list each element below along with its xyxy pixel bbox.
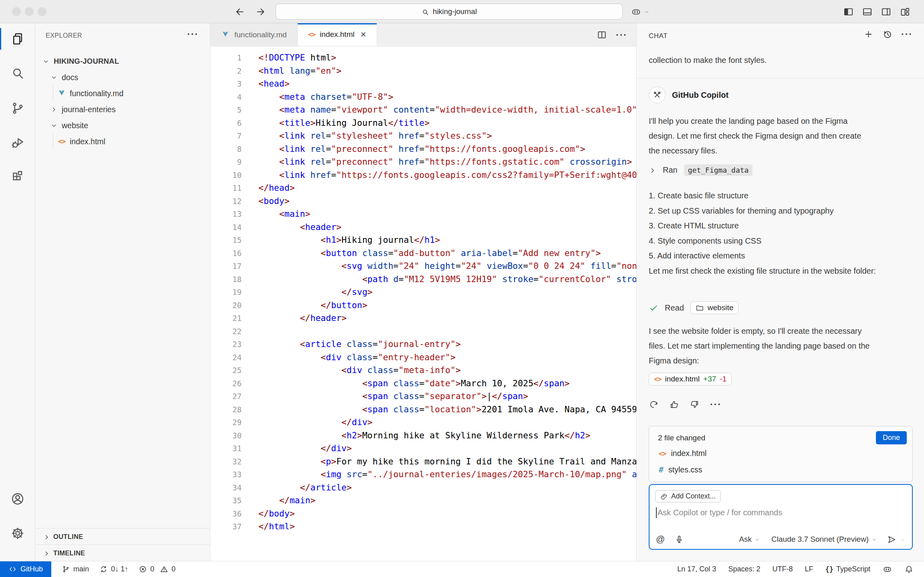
message-more-actions-button[interactable]: ··· xyxy=(710,399,722,410)
rerun-icon[interactable] xyxy=(649,399,659,410)
read-label: Read xyxy=(665,303,684,313)
branch-indicator[interactable]: main xyxy=(62,565,89,574)
line-content: <path d="M12 5V19M5 12H19" stroke="curre… xyxy=(258,273,636,286)
tree-item-journal-enteries[interactable]: journal-enteries xyxy=(35,101,210,117)
line-number: 37 xyxy=(210,520,242,533)
tree-item-label: index.html xyxy=(70,137,105,146)
toggle-panel-button[interactable] xyxy=(862,6,873,17)
file-diff-row: <> index.html +37 -1 xyxy=(649,373,914,385)
thumbs-up-icon[interactable] xyxy=(669,399,679,410)
toggle-secondary-sidebar-button[interactable] xyxy=(881,6,892,17)
tool-run-row[interactable]: Ran get_Figma_data xyxy=(649,164,914,176)
line-content: <title>Hiking Journal</title> xyxy=(258,117,430,130)
activity-bar-item-search[interactable] xyxy=(0,63,35,84)
language-mode[interactable]: {} TypeScript xyxy=(825,565,870,573)
send-options-chevron-icon[interactable] xyxy=(900,535,906,544)
mode-dropdown[interactable]: Ask xyxy=(739,535,760,544)
tree-item-label: journal-enteries xyxy=(62,105,115,114)
explorer-more-actions-button[interactable]: ··· xyxy=(187,29,199,40)
line-number: 7 xyxy=(210,129,242,143)
window-zoom-button[interactable] xyxy=(38,7,46,16)
line-content: <div class="entry-header"> xyxy=(258,351,456,364)
activity-bar-item-explorer[interactable] xyxy=(0,28,35,50)
notifications-bell-icon[interactable] xyxy=(904,565,914,574)
message-divider xyxy=(637,78,924,79)
code-line: 5 <meta name="viewport" content="width=d… xyxy=(210,103,636,117)
remote-indicator[interactable]: GitHub xyxy=(0,561,51,577)
line-number: 24 xyxy=(210,351,242,364)
sync-indicator[interactable]: 0↓ 1↑ xyxy=(99,565,128,574)
problems-indicator[interactable]: 0 0 xyxy=(139,565,176,574)
line-content: </button> xyxy=(258,299,367,312)
chevron-down-icon xyxy=(41,56,50,66)
chat-input-field[interactable]: Ask Copilot or type / for commands xyxy=(656,507,782,518)
outline-section[interactable]: OUTLINE xyxy=(35,528,210,545)
new-chat-button[interactable] xyxy=(863,29,874,39)
tree-item-hiking-journal[interactable]: HIKING-JOURNAL xyxy=(35,53,210,69)
line-content: <head> xyxy=(258,77,290,91)
code-line: 9 <link rel="preconnect" href="https://f… xyxy=(210,155,636,169)
line-number: 17 xyxy=(210,260,242,273)
tree-item-functionality-md[interactable]: functionality.md xyxy=(35,85,210,101)
back-arrow-icon[interactable] xyxy=(234,6,245,17)
assistant-message: I see the website folder is empty, so I'… xyxy=(649,324,874,368)
editor-more-actions-button[interactable]: ··· xyxy=(616,30,627,40)
additions-count: +37 xyxy=(703,375,716,383)
done-button[interactable]: Done xyxy=(876,431,907,444)
tab-index-html[interactable]: <>index.html× xyxy=(298,23,377,46)
line-number: 2 xyxy=(210,65,242,78)
tree-item-website[interactable]: website xyxy=(35,117,210,133)
split-editor-button[interactable] xyxy=(597,30,607,40)
line-number: 29 xyxy=(210,416,242,429)
line-content: <p>For my hike this morning I did the Sk… xyxy=(258,455,636,468)
status-bar: GitHub main 0↓ 1↑ 0 0 Ln 17, Col 3 Space… xyxy=(0,561,924,577)
activity-bar-item-run-and-debug[interactable] xyxy=(0,132,35,153)
encoding-setting[interactable]: UTF-8 xyxy=(772,565,793,573)
line-number: 18 xyxy=(210,273,242,286)
add-context-button[interactable]: Add Context... xyxy=(655,490,721,502)
chevron-right-icon xyxy=(649,165,656,175)
forward-arrow-icon[interactable] xyxy=(255,6,266,17)
chevron-right-icon xyxy=(43,549,50,557)
activity-bar-item-source-control[interactable] xyxy=(0,97,35,119)
indentation-setting[interactable]: Spaces: 2 xyxy=(728,565,760,573)
window-minimize-button[interactable] xyxy=(25,7,34,16)
chat-input-box[interactable]: Add Context... Ask Copilot or type / for… xyxy=(649,484,913,550)
model-dropdown[interactable]: Claude 3.7 Sonnet (Preview) xyxy=(771,535,877,544)
line-content: <meta charset="UTF-8"> xyxy=(258,91,393,104)
code-area[interactable]: 1<!DOCTYPE html>2<html lang="en">3<head>… xyxy=(210,46,636,561)
cursor-position[interactable]: Ln 17, Col 3 xyxy=(677,565,716,573)
toggle-primary-sidebar-button[interactable] xyxy=(843,6,854,17)
window-close-button[interactable] xyxy=(12,7,21,16)
file-diff-chip[interactable]: <> index.html +37 -1 xyxy=(649,373,732,385)
command-center-search[interactable]: hiking-journal xyxy=(276,4,623,20)
copilot-status-icon[interactable] xyxy=(882,564,892,574)
tree-item-docs[interactable]: docs xyxy=(35,69,210,85)
website-folder-chip[interactable]: website xyxy=(690,301,738,314)
changed-file-row[interactable]: # styles.css xyxy=(659,465,702,474)
eol-setting[interactable]: LF xyxy=(805,565,813,573)
copilot-menu-button[interactable] xyxy=(631,6,650,17)
line-number: 1 xyxy=(210,51,242,65)
feedback-row: ··· xyxy=(649,399,914,410)
close-icon[interactable]: × xyxy=(361,30,366,39)
customize-layout-button[interactable] xyxy=(900,6,910,17)
timeline-section[interactable]: TIMELINE xyxy=(35,545,210,561)
activity-bar-item-settings[interactable] xyxy=(0,523,35,544)
microphone-icon[interactable] xyxy=(674,535,684,544)
tab-functionality-md[interactable]: functionality.md xyxy=(210,23,298,46)
code-line: 36</body> xyxy=(210,507,636,521)
chevron-down-icon xyxy=(755,535,760,544)
changed-file-row[interactable]: <> index.html xyxy=(659,449,706,458)
thumbs-down-icon[interactable] xyxy=(690,399,700,410)
mention-button[interactable]: @ xyxy=(656,534,665,545)
activity-bar-item-extensions[interactable] xyxy=(0,166,35,188)
line-number: 31 xyxy=(210,442,242,455)
line-content: </div> xyxy=(258,442,352,455)
send-button[interactable] xyxy=(887,535,897,545)
tree-item-index-html[interactable]: <>index.html xyxy=(35,133,210,149)
line-content: <article class="journal-entry"> xyxy=(258,338,461,351)
chat-history-button[interactable] xyxy=(882,29,892,39)
chat-more-actions-button[interactable]: ··· xyxy=(901,29,913,40)
activity-bar-item-accounts[interactable] xyxy=(0,488,35,510)
